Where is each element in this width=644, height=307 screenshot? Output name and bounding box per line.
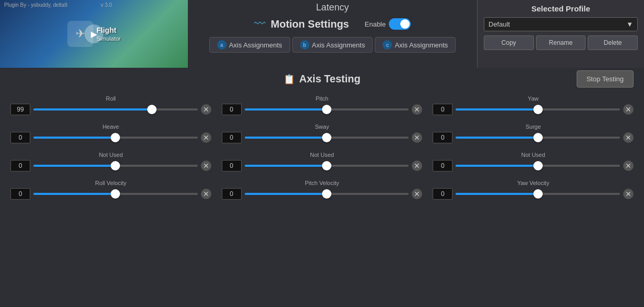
slider-control-2: ✕: [433, 104, 634, 115]
slider-value-7[interactable]: [222, 160, 242, 171]
slider-track-container-2: [456, 104, 620, 115]
slider-control-5: ✕: [433, 132, 634, 143]
slider-track-container-0: [33, 104, 198, 115]
slider-thumb-0[interactable]: [147, 105, 157, 114]
slider-value-0[interactable]: [10, 104, 30, 115]
enable-toggle-switch[interactable]: [389, 18, 411, 30]
slider-clear-1[interactable]: ✕: [412, 104, 422, 115]
slider-track-0[interactable]: [33, 108, 198, 110]
slider-track-3[interactable]: [33, 137, 198, 139]
slider-value-3[interactable]: [10, 132, 30, 143]
slider-fill-10: [245, 193, 327, 195]
copy-button[interactable]: Copy: [484, 35, 534, 50]
slider-thumb-3[interactable]: [111, 133, 120, 142]
main-content: 📋 Axis Testing Stop Testing Roll ✕ Pitch: [0, 68, 644, 205]
delete-button[interactable]: Delete: [588, 35, 638, 50]
slider-value-8[interactable]: [433, 160, 452, 171]
axis-tab-a[interactable]: a Axis Assignments: [209, 37, 290, 53]
slider-fill-9: [33, 193, 115, 195]
axis-tab-b[interactable]: b Axis Assignments: [292, 37, 373, 53]
slider-clear-7[interactable]: ✕: [412, 161, 422, 171]
slider-value-1[interactable]: [222, 104, 242, 115]
tab-circle-c: c: [383, 40, 392, 50]
slider-label-9: Roll Velocity: [10, 180, 211, 186]
motion-settings-title: Motion Settings: [271, 18, 349, 30]
slider-fill-2: [456, 108, 538, 110]
slider-thumb-1[interactable]: [322, 105, 331, 114]
slider-track-6[interactable]: [33, 165, 198, 167]
slider-track-2[interactable]: [456, 108, 620, 110]
slider-value-9[interactable]: [10, 188, 30, 200]
slider-thumb-5[interactable]: [533, 133, 543, 142]
slider-track-container-4: [245, 132, 409, 143]
axis-tabs: a Axis Assignments b Axis Assignments c …: [193, 34, 472, 56]
slider-clear-2[interactable]: ✕: [623, 104, 634, 115]
slider-control-7: ✕: [222, 160, 423, 171]
slider-fill-3: [33, 137, 115, 139]
slider-clear-11[interactable]: ✕: [623, 189, 634, 199]
slider-track-11[interactable]: [456, 193, 620, 195]
slider-row-yaw-velocity-11: Yaw Velocity ✕: [433, 180, 634, 200]
slider-thumb-4[interactable]: [322, 133, 331, 142]
slider-clear-3[interactable]: ✕: [201, 132, 211, 143]
slider-thumb-6[interactable]: [111, 161, 120, 170]
slider-track-5[interactable]: [456, 137, 620, 139]
profile-select[interactable]: Default ▼: [484, 17, 638, 31]
slider-clear-5[interactable]: ✕: [623, 132, 634, 143]
slider-thumb-11[interactable]: [533, 189, 543, 199]
slider-label-6: Not Used: [10, 152, 211, 158]
slider-label-2: Yaw: [433, 95, 634, 102]
motion-settings-header: 〰 Motion Settings Enable: [193, 14, 472, 34]
slider-track-8[interactable]: [456, 165, 620, 167]
slider-clear-6[interactable]: ✕: [201, 161, 211, 171]
tab-circle-a: a: [217, 40, 226, 50]
slider-value-2[interactable]: [433, 104, 452, 115]
slider-label-0: Roll: [10, 95, 211, 102]
slider-track-container-10: [245, 189, 409, 199]
slider-track-7[interactable]: [245, 165, 409, 167]
slider-clear-8[interactable]: ✕: [623, 161, 634, 171]
motion-waves-icon: 〰: [254, 17, 266, 31]
slider-track-container-3: [33, 132, 198, 143]
slider-value-11[interactable]: [433, 188, 452, 200]
slider-control-11: ✕: [433, 188, 634, 200]
slider-clear-0[interactable]: ✕: [201, 104, 211, 115]
slider-track-10[interactable]: [245, 193, 409, 195]
slider-fill-7: [245, 165, 327, 167]
slider-track-container-6: [33, 161, 198, 171]
slider-track-1[interactable]: [245, 108, 409, 110]
slider-thumb-2[interactable]: [533, 105, 543, 114]
plugin-by-text: Plugin By - yobuddy, delta9: [4, 2, 67, 8]
tab-b-label: Axis Assignments: [312, 41, 365, 49]
slider-track-container-8: [456, 161, 620, 171]
slider-thumb-10[interactable]: [322, 189, 331, 199]
plugin-version: v 3.0: [101, 2, 112, 8]
stop-testing-button[interactable]: Stop Testing: [577, 70, 634, 88]
slider-value-5[interactable]: [433, 132, 452, 143]
slider-row-roll-0: Roll ✕: [10, 95, 211, 115]
slider-value-10[interactable]: [222, 188, 242, 200]
slider-value-6[interactable]: [10, 160, 30, 171]
slider-control-1: ✕: [222, 104, 423, 115]
profile-selected-value: Default: [488, 20, 510, 28]
slider-track-4[interactable]: [245, 137, 409, 139]
plugin-label: Plugin By - yobuddy, delta9 v 3.0: [4, 2, 112, 8]
toggle-knob: [400, 19, 410, 29]
slider-control-3: ✕: [10, 132, 211, 143]
sliders-grid: Roll ✕ Pitch ✕ Yaw: [10, 95, 634, 200]
slider-track-9[interactable]: [33, 193, 198, 195]
slider-value-4[interactable]: [222, 132, 242, 143]
slider-clear-10[interactable]: ✕: [412, 189, 422, 199]
slider-row-not-used-7: Not Used ✕: [222, 152, 423, 171]
tab-circle-b: b: [300, 40, 309, 50]
slider-clear-4[interactable]: ✕: [412, 132, 422, 143]
axis-tab-c[interactable]: c Axis Assignments: [375, 37, 456, 53]
slider-fill-6: [33, 165, 115, 167]
slider-thumb-7[interactable]: [322, 161, 331, 170]
slider-thumb-8[interactable]: [533, 161, 543, 170]
slider-thumb-9[interactable]: [111, 189, 120, 199]
slider-fill-4: [245, 137, 327, 139]
rename-button[interactable]: Rename: [536, 35, 586, 50]
slider-clear-9[interactable]: ✕: [201, 189, 211, 199]
play-button-overlay[interactable]: ▶: [85, 24, 103, 43]
